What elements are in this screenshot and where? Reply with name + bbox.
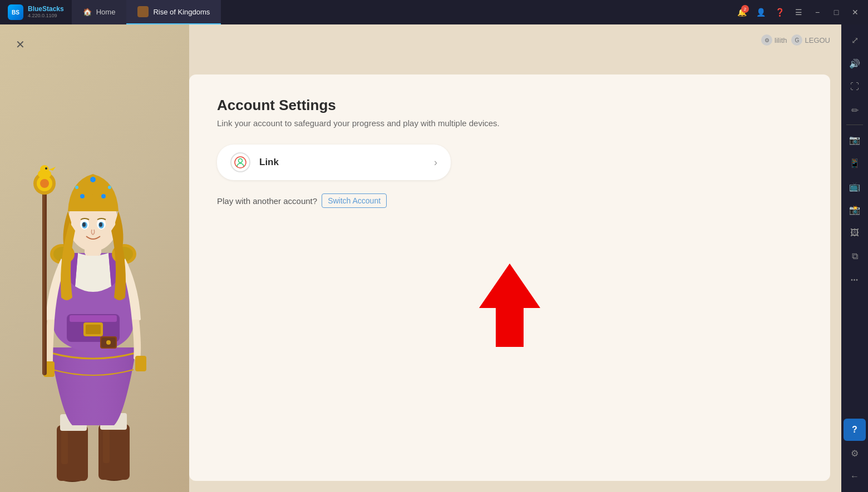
character-figure	[17, 114, 172, 492]
settings-sidebar-icon[interactable]: ⚙	[844, 442, 866, 464]
home-tab-label: Home	[96, 8, 116, 16]
x-icon: ✕	[16, 38, 25, 51]
close-button[interactable]: ✕	[847, 4, 864, 21]
lilith-icon: ⚙	[761, 34, 772, 46]
sidebar-divider-1	[846, 125, 863, 125]
maximize-button[interactable]: □	[828, 4, 845, 21]
main-area: ✕ ⚙ lilith G LEGOU	[0, 24, 868, 492]
svg-rect-19	[43, 187, 45, 375]
red-arrow-annotation	[468, 258, 551, 355]
video-sidebar-icon[interactable]: 📷	[844, 128, 866, 151]
svg-point-29	[80, 194, 85, 198]
svg-point-31	[75, 186, 78, 189]
switch-account-row: Play with another account? Switch Accoun…	[217, 193, 802, 208]
notification-button[interactable]: 🔔 2	[733, 4, 750, 21]
help-sidebar-icon[interactable]: ?	[844, 419, 866, 441]
svg-point-25	[45, 167, 47, 170]
panel-title: Account Settings	[217, 97, 802, 114]
person-icon: 👤	[756, 8, 766, 17]
close-icon: ✕	[852, 8, 859, 17]
camera-sidebar-icon[interactable]: 📸	[844, 198, 866, 221]
fullscreen-sidebar-icon[interactable]: ⛶	[844, 76, 866, 98]
home-icon: 🏠	[83, 8, 92, 16]
edit-sidebar-icon[interactable]: ✏	[844, 99, 866, 121]
svg-point-24	[40, 165, 49, 174]
link-label: Link	[259, 157, 425, 168]
svg-rect-17	[135, 356, 146, 371]
game-tab-icon	[137, 6, 149, 17]
lilith-label: lilith	[775, 36, 787, 44]
question-icon: ❓	[775, 8, 785, 17]
menu-button[interactable]: ☰	[790, 4, 807, 21]
hamburger-icon: ☰	[795, 8, 802, 17]
svg-point-28	[90, 177, 96, 182]
back-sidebar-icon[interactable]: ←	[844, 465, 866, 488]
link-chevron: ›	[434, 157, 437, 168]
app-name: BlueStacks	[28, 6, 64, 13]
svg-rect-4	[61, 431, 68, 464]
panel-subtitle: Link your account to safeguard your prog…	[217, 118, 802, 128]
titlebar: BS BlueStacks 4.220.0.1109 🏠 Home Rise o…	[0, 0, 868, 24]
svg-point-41	[106, 340, 111, 345]
expand-sidebar-icon[interactable]: ⤢	[844, 29, 866, 51]
account-panel: Account Settings Link your account to sa…	[189, 74, 830, 481]
legou-label: LEGOU	[805, 36, 830, 44]
svg-point-37	[82, 222, 86, 227]
legou-icon: G	[791, 34, 802, 46]
cast-sidebar-icon[interactable]: 📺	[844, 175, 866, 197]
app-version: 4.220.0.1109	[28, 13, 64, 19]
more-sidebar-icon[interactable]: •••	[844, 269, 866, 291]
svg-point-22	[40, 179, 49, 188]
bluestacks-icon: BS	[8, 4, 23, 20]
svg-point-32	[108, 186, 111, 189]
game-content: ✕ ⚙ lilith G LEGOU	[0, 24, 841, 492]
switch-account-prefix: Play with another account?	[217, 196, 317, 206]
svg-rect-11	[86, 325, 101, 334]
account-button[interactable]: 👤	[752, 4, 769, 21]
lilith-logo: ⚙ lilith	[761, 34, 787, 46]
phone-sidebar-icon[interactable]: 📱	[844, 152, 866, 174]
copy-sidebar-icon[interactable]: ⧉	[844, 245, 866, 267]
link-button[interactable]: Link ›	[217, 145, 451, 180]
home-tab[interactable]: 🏠 Home	[72, 0, 127, 24]
character-area	[0, 24, 189, 492]
arrow-svg	[468, 258, 551, 352]
maximize-icon: □	[834, 8, 839, 17]
titlebar-left: BS BlueStacks 4.220.0.1109 🏠 Home Rise o…	[0, 0, 221, 24]
bluestacks-logo: BS BlueStacks 4.220.0.1109	[0, 0, 72, 24]
game-close-button[interactable]: ✕	[10, 34, 30, 54]
svg-rect-5	[103, 430, 110, 463]
gallery-sidebar-icon[interactable]: 🖼	[844, 222, 866, 244]
bluestacks-text: BlueStacks 4.220.0.1109	[28, 6, 64, 18]
svg-point-43	[239, 159, 243, 163]
volume-sidebar-icon[interactable]: 🔊	[844, 52, 866, 74]
legou-logo: G LEGOU	[791, 34, 830, 46]
right-sidebar: ⤢ 🔊 ⛶ ✏ 📷 📱 📺 📸 🖼 ⧉ •••	[841, 24, 868, 492]
minimize-icon: −	[815, 8, 820, 17]
minimize-button[interactable]: −	[809, 4, 826, 21]
notification-badge: 2	[741, 5, 749, 13]
brand-logos: ⚙ lilith G LEGOU	[761, 34, 830, 46]
svg-marker-44	[479, 264, 540, 347]
svg-point-38	[99, 222, 102, 227]
link-icon	[230, 152, 250, 172]
svg-rect-9	[70, 315, 117, 322]
game-tab-label: Rise of Kingdoms	[153, 8, 210, 16]
titlebar-right: 🔔 2 👤 ❓ ☰ − □ ✕	[733, 4, 868, 21]
game-tab[interactable]: Rise of Kingdoms	[126, 0, 221, 24]
switch-account-button[interactable]: Switch Account	[322, 193, 387, 208]
help-titlebar-button[interactable]: ❓	[771, 4, 788, 21]
link-svg-icon	[234, 156, 246, 168]
svg-point-30	[101, 194, 106, 198]
